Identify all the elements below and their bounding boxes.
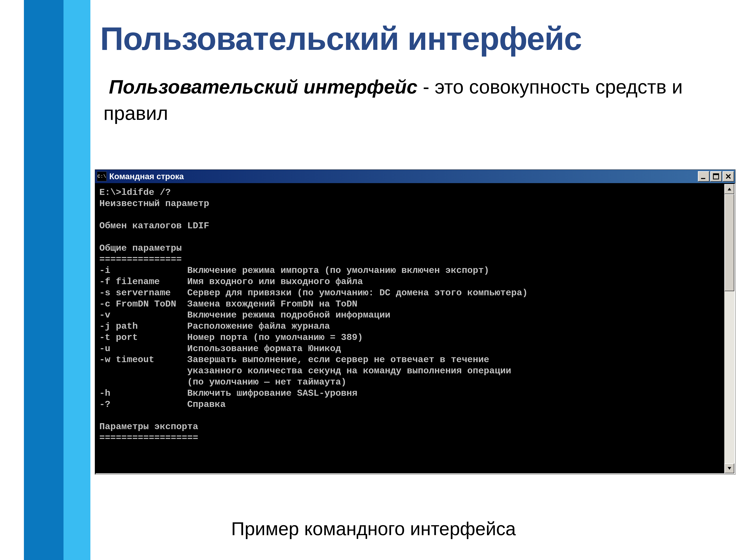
window-title: Командная строка — [109, 172, 184, 181]
slide-title: Пользовательский интерфейс — [100, 22, 736, 56]
terminal-output[interactable]: E:\>ldifde /? Неизвестный параметр Обмен… — [96, 184, 724, 473]
svg-rect-0 — [701, 178, 705, 179]
scroll-thumb[interactable] — [724, 194, 734, 291]
scroll-down-button[interactable] — [724, 463, 734, 473]
minimize-button[interactable] — [698, 171, 710, 182]
slide-caption: Пример командного интерфейса — [0, 518, 747, 539]
command-prompt-window: C:\ Командная строка E:\>ldifde /? Неизв… — [95, 169, 736, 475]
scroll-up-button[interactable] — [724, 184, 734, 194]
accent-bar-light — [63, 0, 91, 560]
cmd-icon: C:\ — [97, 171, 107, 181]
chevron-up-icon — [727, 187, 732, 191]
scroll-track[interactable] — [724, 194, 734, 463]
slide-content: Пользовательский интерфейс Пользовательс… — [100, 22, 736, 127]
accent-bar-dark — [24, 0, 63, 560]
svg-rect-2 — [713, 174, 719, 175]
window-titlebar[interactable]: C:\ Командная строка — [95, 170, 735, 183]
maximize-icon — [713, 173, 719, 180]
close-icon — [725, 173, 731, 180]
chevron-down-icon — [727, 466, 732, 471]
slide-definition: Пользовательский интерфейс - это совокуп… — [103, 74, 736, 127]
definition-term: Пользовательский интерфейс — [109, 76, 417, 98]
minimize-icon — [700, 173, 707, 180]
scrollbar-vertical[interactable] — [724, 184, 734, 473]
maximize-button[interactable] — [710, 171, 722, 182]
window-controls — [698, 171, 735, 182]
close-button[interactable] — [723, 171, 734, 182]
window-body: E:\>ldifde /? Неизвестный параметр Обмен… — [95, 183, 735, 474]
